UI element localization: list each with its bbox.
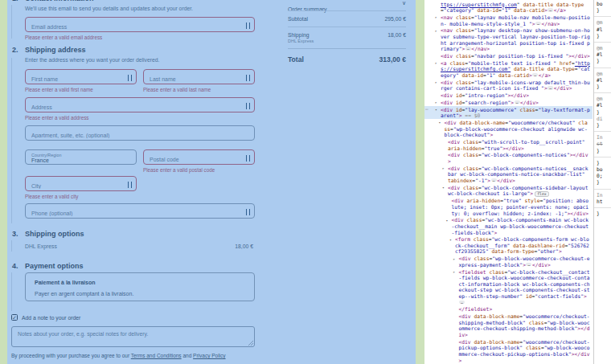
city-input[interactable]: [26, 179, 136, 193]
resize-grip-icon[interactable]: [248, 341, 253, 346]
devtools-code-row[interactable]: <div data-block-name="woocommerce/checko…: [424, 313, 593, 339]
code-token: >: [487, 178, 490, 183]
devtools-code-row[interactable]: ▸<a class="mobile-title text is-fixed " …: [424, 59, 593, 79]
styles-pane-fragment: In: [597, 192, 611, 198]
email-field[interactable]: [25, 17, 255, 32]
first-name-field[interactable]: [25, 69, 137, 84]
devtools-code-row[interactable]: <div class="wc-block-components-notices"…: [424, 152, 593, 165]
devtools-code-row[interactable]: ▾<div class="wc-block-components-main wc…: [424, 217, 593, 236]
devtools-code-row[interactable]: <div class="navbar position-top is-fixed…: [424, 52, 593, 59]
inspect-dots-icon[interactable]: ⋯: [425, 106, 428, 112]
devtools-code-row[interactable]: ▸<div id="search-region">…</div>: [424, 99, 593, 106]
collapsed-content-icon[interactable]: …: [535, 22, 541, 26]
expand-arrow-icon[interactable]: ▸: [435, 80, 437, 86]
devtools-code-row[interactable]: ▸<fieldset class="wc-block-checkout__con…: [424, 268, 593, 306]
code-token: data-dashlane-rid: [513, 243, 564, 248]
collapsed-content-icon[interactable]: …: [515, 100, 520, 104]
code-token: >: [490, 132, 493, 137]
devtools-code-row[interactable]: ▾<div class="wc-block-components-sidebar…: [424, 184, 593, 198]
code-token: href: [560, 60, 572, 66]
devtools-code-row[interactable]: ttps://superstitchmfg.com" data-title da…: [424, 1, 593, 14]
collapsed-content-icon[interactable]: …: [491, 178, 497, 182]
autofill-icon[interactable]: [128, 75, 132, 81]
phone-input[interactable]: [26, 207, 254, 220]
last-name-input[interactable]: [144, 72, 254, 86]
devtools-code-row[interactable]: ▸<div class="lay-mobile-icons-wrap defau…: [424, 79, 593, 92]
expand-arrow-icon[interactable]: ▸: [435, 60, 437, 67]
devtools-code-row[interactable]: <div data-block-name="woocommerce/checko…: [424, 338, 593, 364]
devtools-code-row[interactable]: ▸<nav class="laynav desktop-nav show-sub…: [424, 27, 593, 53]
devtools-code-row[interactable]: <div id="intro-region"></div>: [424, 92, 593, 99]
devtools-code-row[interactable]: ▾<form class="wc-block-components-form w…: [424, 236, 593, 256]
order-note-textarea[interactable]: [12, 327, 254, 346]
expand-arrow-icon[interactable]: ▸: [435, 14, 437, 21]
autofill-icon[interactable]: [246, 103, 250, 109]
collapsed-content-icon[interactable]: …: [459, 301, 465, 305]
devtools-code-row[interactable]: </fieldset>: [424, 306, 593, 313]
last-name-field[interactable]: [143, 69, 255, 84]
autofill-icon[interactable]: [246, 209, 250, 215]
shipping-option-name[interactable]: DHL Express: [25, 243, 57, 249]
code-token: "lay-woocommerce": [465, 107, 516, 112]
styles-pane-fragment: @m: [597, 45, 611, 51]
autofill-icon[interactable]: [246, 155, 250, 162]
collapse-arrow-icon[interactable]: ▾: [446, 218, 449, 224]
code-token: data-block-name: [474, 313, 519, 319]
collapsed-content-icon[interactable]: …: [547, 86, 553, 90]
order-note-area[interactable]: [11, 326, 255, 347]
code-token: <div: [452, 217, 464, 223]
collapse-arrow-icon[interactable]: ▾: [449, 237, 452, 243]
expand-arrow-icon[interactable]: ▸: [442, 166, 445, 172]
devtools-code-row[interactable]: ▸<div class="wp-block-woocommerce-checko…: [424, 256, 593, 268]
styles-pane-fragment: }: [597, 33, 611, 39]
first-name-input[interactable]: [26, 72, 136, 86]
collapsed-content-icon[interactable]: …: [465, 47, 471, 51]
code-token: "true": [503, 198, 522, 203]
devtools-code-row[interactable]: ▾⋯<div id="lay-woocommerce" class="lay-t…: [424, 106, 593, 119]
city-field[interactable]: [25, 176, 137, 191]
terms-link[interactable]: Terms and Conditions: [131, 353, 182, 358]
collapsed-content-icon[interactable]: …: [547, 8, 553, 12]
collapsed-content-icon[interactable]: …: [526, 263, 531, 267]
order-note-row[interactable]: ✓ Add a note to your order: [11, 314, 80, 321]
apartment-input[interactable]: [26, 129, 254, 142]
code-token: "search-region": [465, 100, 511, 105]
order-note-checkbox[interactable]: ✓: [11, 314, 18, 321]
styles-rule-separator: [594, 207, 611, 208]
devtools-code-pane[interactable]: ttps://superstitchmfg.com" data-title da…: [424, 0, 593, 364]
payment-method-box[interactable]: Paiement à la livraison Payer en argent …: [25, 272, 255, 301]
devtools-code-row[interactable]: <div class="with-scroll-to-top__scroll-p…: [424, 138, 593, 151]
collapse-arrow-icon[interactable]: ▾: [442, 185, 445, 191]
expand-arrow-icon[interactable]: ▸: [453, 256, 456, 263]
code-token: data-block-name: [459, 120, 505, 125]
collapse-arrow-icon[interactable]: ▾: [435, 107, 437, 113]
autofill-icon[interactable]: [246, 22, 250, 29]
apartment-field[interactable]: [25, 125, 255, 141]
devtools-code-row[interactable]: ▸<nav class="laynav mobile-nav mobile-me…: [424, 14, 593, 27]
expand-arrow-icon[interactable]: ▸: [453, 269, 456, 276]
expand-arrow-icon[interactable]: ▸: [435, 28, 437, 35]
devtools-styles-pane[interactable]: bo}@m#l}@m#l}@m#l}@m#l}di}Inst}}bo0;}Inh…: [593, 0, 611, 364]
order-note-label[interactable]: Add a note to your order: [22, 315, 80, 321]
privacy-link[interactable]: Privacy Policy: [193, 353, 225, 358]
flex-badge[interactable]: flex: [535, 191, 549, 197]
autofill-icon[interactable]: [246, 75, 250, 81]
devtools-code-row[interactable]: ▸<div class="wc-block-components-notices…: [424, 165, 593, 184]
autofill-icon[interactable]: [128, 182, 132, 188]
phone-field[interactable]: [25, 203, 255, 219]
expand-arrow-icon[interactable]: ▸: [435, 100, 437, 106]
address-field[interactable]: [25, 97, 255, 112]
devtools-code-row[interactable]: <div aria-hidden="true" style="position:…: [424, 198, 593, 217]
chevron-down-icon[interactable]: ∨: [402, 0, 406, 6]
postal-code-input[interactable]: [144, 153, 254, 166]
order-summary-header[interactable]: Order summary ∨: [288, 0, 406, 10]
collapse-arrow-icon[interactable]: ▾: [439, 120, 441, 126]
country-select[interactable]: Country/Region France: [25, 149, 137, 165]
devtools-code-row[interactable]: ▾<div data-block-name="woocommerce/check…: [424, 119, 593, 138]
email-input[interactable]: [26, 20, 254, 34]
shipping-options-title: Shipping options: [25, 230, 84, 238]
postal-code-field[interactable]: [143, 149, 255, 165]
styles-rule-separator: [594, 42, 611, 43]
collapsed-content-icon[interactable]: …: [532, 73, 538, 77]
address-input[interactable]: [26, 100, 254, 114]
